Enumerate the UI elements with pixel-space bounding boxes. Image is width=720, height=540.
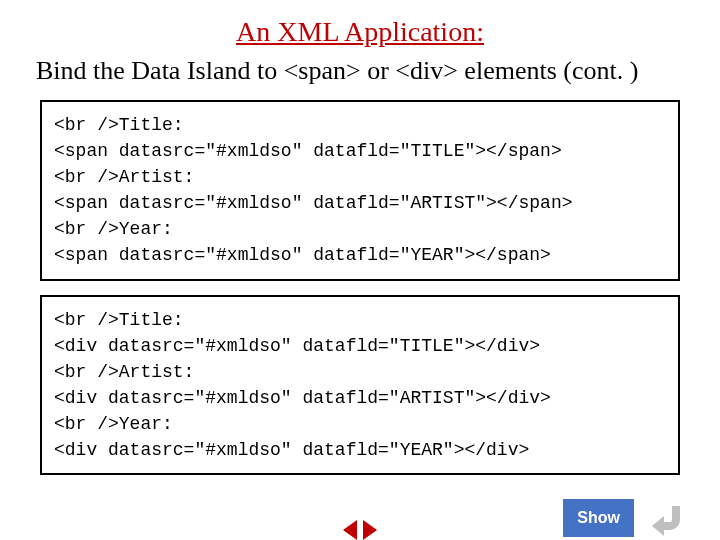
slide: An XML Application: Bind the Data Island… xyxy=(0,16,720,540)
return-icon[interactable] xyxy=(644,494,692,540)
show-button[interactable]: Show xyxy=(563,499,634,537)
slide-title: An XML Application: xyxy=(0,16,720,48)
prev-arrow-icon[interactable] xyxy=(343,520,357,540)
code-block-div: <br />Title: <div datasrc="#xmldso" data… xyxy=(40,295,680,476)
code-block-span: <br />Title: <span datasrc="#xmldso" dat… xyxy=(40,100,680,281)
nav-arrows xyxy=(343,520,377,540)
next-arrow-icon[interactable] xyxy=(363,520,377,540)
slide-subtitle: Bind the Data Island to <span> or <div> … xyxy=(0,56,720,86)
bottom-strip: Show xyxy=(563,494,692,540)
